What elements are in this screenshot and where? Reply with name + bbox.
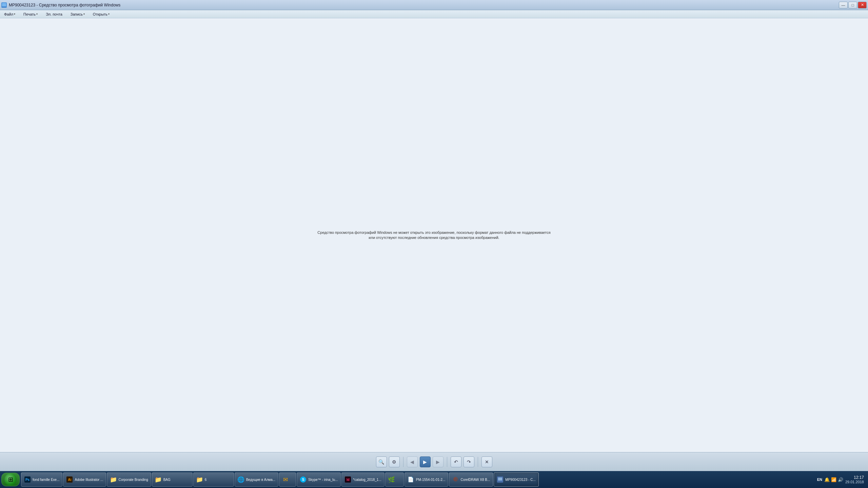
tray-icon-3[interactable]: 🔊 — [838, 477, 843, 482]
app-icon — [1, 2, 7, 8]
taskbar-app-bag-label: BAG — [163, 478, 171, 482]
menu-file[interactable]: Файл ▾ — [3, 12, 17, 17]
title-bar: MP900423123 - Средство просмотра фотогра… — [0, 0, 868, 10]
menu-email[interactable]: Эл. почта — [44, 12, 64, 17]
svg-rect-2 — [2, 7, 6, 7]
taskbar-app-photoshop[interactable]: Ps fond famille Exe... — [21, 472, 62, 487]
delete-button[interactable]: ✕ — [481, 456, 492, 467]
taskbar-app-ie[interactable]: 🌐 Ведущие в Алма... — [235, 472, 278, 487]
taskbar-app-plant[interactable]: 🌿 — [385, 472, 404, 487]
slideshow-button[interactable]: ▶ — [420, 456, 431, 467]
settings-button[interactable]: ⚙ — [389, 456, 400, 467]
taskbar-app-photoshop-label: fond famille Exe... — [33, 478, 59, 482]
taskbar-app-skype[interactable]: S Skype™ - irina_lu... — [297, 472, 341, 487]
taskbar-app-corp-branding-label: Corporate Branding — [118, 478, 148, 482]
taskbar-app-coreldraw-label: CorelDRAW X8 В... — [460, 478, 490, 482]
ie-icon: 🌐 — [238, 476, 244, 483]
separator-1 — [403, 457, 403, 467]
taskbar-app-indesign-label: *catalog_2018_1... — [353, 478, 381, 482]
clock[interactable]: 12:17 29.01.2018 — [845, 475, 864, 484]
menu-bar: Файл ▾ Печать ▾ Эл. почта Запись ▾ Откры… — [0, 10, 868, 18]
taskbar-app-skype-label: Skype™ - irina_lu... — [308, 478, 338, 482]
tray-icon-1[interactable]: 🔔 — [824, 477, 830, 482]
title-bar-left: MP900423123 - Средство просмотра фотогра… — [1, 2, 120, 8]
menu-record[interactable]: Запись ▾ — [69, 12, 86, 17]
next-button[interactable]: ▶ — [433, 456, 443, 467]
menu-open-arrow: ▾ — [108, 13, 110, 16]
image-toolbar: 🔍 ⚙ ◀ ▶ ▶ ↶ ↷ ✕ — [0, 452, 868, 471]
main-content: Средство просмотра фотографий Windows не… — [0, 18, 868, 452]
taskbar-app-wv-label: MP900423123 - C... — [505, 478, 536, 482]
taskbar-apps: Ps fond famille Exe... Ai Adobe Illustra… — [20, 471, 814, 488]
taskbar-app-ie-label: Ведущие в Алма... — [246, 478, 275, 482]
corp-branding-folder-icon: 📁 — [110, 476, 117, 483]
separator-2 — [447, 457, 447, 467]
menu-file-arrow: ▾ — [14, 13, 15, 16]
taskbar-right: EN 🔔 📶 🔊 12:17 29.01.2018 — [814, 475, 867, 484]
illustrator-icon: Ai — [66, 476, 73, 483]
taskbar-app-folder6[interactable]: 📁 6 — [193, 472, 234, 487]
start-button[interactable]: ⊞ — [1, 473, 20, 486]
taskbar-app-folder6-label: 6 — [205, 478, 207, 482]
taskbar-app-corp-branding[interactable]: 📁 Corporate Branding — [107, 472, 151, 487]
error-message: Средство просмотра фотографий Windows не… — [315, 230, 553, 241]
pdf-icon: 📄 — [408, 476, 414, 483]
taskbar-app-mail[interactable]: ✉ — [279, 472, 296, 487]
taskbar-app-illustrator-label: Adobe Illustrator ... — [75, 478, 103, 482]
menu-print[interactable]: Печать ▾ — [22, 12, 39, 17]
menu-print-arrow: ▾ — [36, 13, 38, 16]
taskbar-app-bag[interactable]: 📁 BAG — [152, 472, 193, 487]
taskbar: ⊞ Ps fond famille Exe... Ai Adobe Illust… — [0, 471, 868, 488]
coreldraw-icon: © — [452, 476, 459, 483]
menu-record-arrow: ▾ — [83, 13, 85, 16]
separator-3 — [478, 457, 478, 467]
taskbar-app-indesign[interactable]: Id *catalog_2018_1... — [341, 472, 384, 487]
folder6-icon: 📁 — [196, 476, 203, 483]
photoshop-icon: Ps — [24, 476, 31, 483]
language-indicator[interactable]: EN — [817, 477, 822, 482]
close-button[interactable]: ✕ — [858, 2, 867, 8]
prev-button[interactable]: ◀ — [407, 456, 418, 467]
window-title: MP900423123 - Средство просмотра фотогра… — [9, 3, 120, 7]
taskbar-app-illustrator[interactable]: Ai Adobe Illustrator ... — [63, 472, 106, 487]
svg-rect-1 — [2, 3, 6, 6]
svg-rect-4 — [498, 477, 502, 481]
mail-icon: ✉ — [282, 476, 289, 483]
clock-date: 29.01.2018 — [845, 480, 864, 484]
start-orb: ⊞ — [4, 473, 17, 486]
search-button[interactable]: 🔍 — [376, 456, 387, 467]
indesign-icon: Id — [344, 476, 351, 483]
rotate-right-button[interactable]: ↷ — [463, 456, 474, 467]
taskbar-app-coreldraw[interactable]: © CorelDRAW X8 В... — [449, 472, 493, 487]
tray-icon-2[interactable]: 📶 — [831, 477, 836, 482]
skype-icon: S — [300, 476, 307, 483]
maximize-button[interactable]: □ — [848, 2, 857, 8]
taskbar-app-pdf[interactable]: 📄 PM-1554-01-01-2... — [405, 472, 449, 487]
plant-icon: 🌿 — [388, 476, 395, 483]
menu-open[interactable]: Открыть ▾ — [92, 12, 111, 17]
system-tray: 🔔 📶 🔊 — [824, 477, 843, 482]
wv-icon — [497, 476, 504, 483]
taskbar-app-pdf-label: PM-1554-01-01-2... — [416, 478, 446, 482]
taskbar-app-wv[interactable]: MP900423123 - C... — [494, 472, 539, 487]
minimize-button[interactable]: — — [839, 2, 848, 8]
window-controls: — □ ✕ — [839, 2, 867, 8]
clock-time: 12:17 — [845, 475, 864, 480]
bag-folder-icon: 📁 — [155, 476, 162, 483]
rotate-left-button[interactable]: ↶ — [451, 456, 461, 467]
